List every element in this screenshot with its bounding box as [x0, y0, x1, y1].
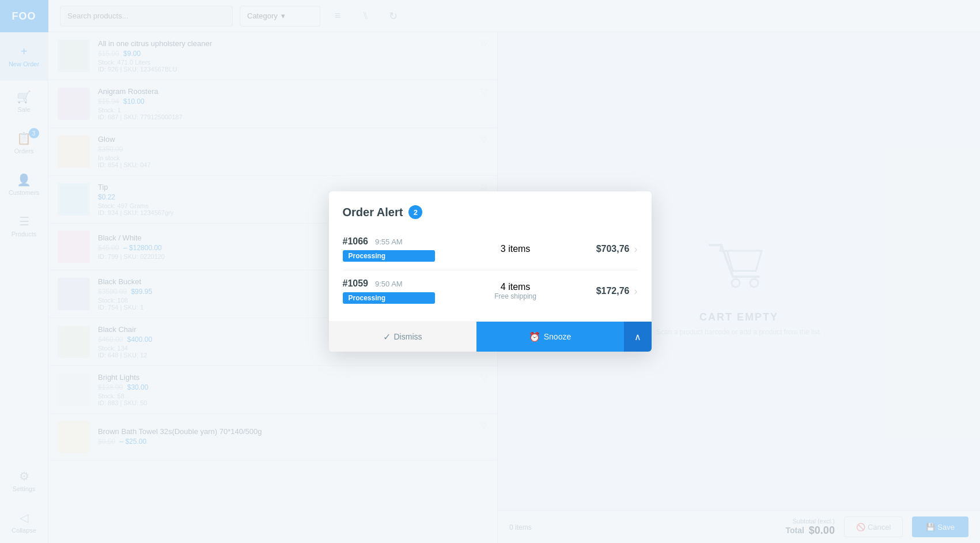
order-items-count: 4 items [501, 282, 531, 292]
dismiss-button[interactable]: ✓ Dismiss [329, 322, 476, 352]
order-items: 3 items [435, 244, 596, 254]
order-detail-arrow[interactable]: › [634, 243, 638, 255]
order-amount: $703,76 [596, 244, 630, 254]
order-number: #1066 [343, 236, 369, 247]
order-row: #1066 9:55 AM Processing 3 items $703,76… [343, 228, 638, 270]
order-number: #1059 [343, 278, 369, 289]
order-meta-left: #1059 9:50 AM Processing [343, 278, 435, 304]
modal-badge: 2 [408, 205, 422, 219]
order-detail-arrow[interactable]: › [634, 285, 638, 297]
overlay: Order Alert 2 #1066 9:55 AM Processing 3… [0, 0, 980, 543]
modal-body: #1066 9:55 AM Processing 3 items $703,76… [329, 219, 652, 321]
snooze-expand-button[interactable]: ∧ [624, 322, 652, 352]
dismiss-label: Dismiss [394, 332, 422, 341]
snooze-icon: ⏰ [529, 331, 540, 342]
order-alert-modal: Order Alert 2 #1066 9:55 AM Processing 3… [329, 191, 652, 352]
snooze-label: Snooze [544, 332, 571, 341]
order-shipping: Free shipping [435, 292, 596, 300]
modal-header: Order Alert 2 [329, 191, 652, 219]
order-meta-left: #1066 9:55 AM Processing [343, 236, 435, 262]
order-status-badge: Processing [343, 292, 435, 304]
order-status-badge: Processing [343, 250, 435, 262]
order-time: 9:55 AM [375, 237, 403, 246]
order-time: 9:50 AM [375, 280, 403, 288]
order-row-meta: #1059 9:50 AM Processing 4 items Free sh… [343, 278, 638, 304]
order-amount: $172,76 [596, 286, 630, 296]
expand-icon: ∧ [634, 331, 641, 342]
dismiss-check-icon: ✓ [383, 331, 391, 342]
modal-title: Order Alert [343, 206, 403, 219]
order-meta-right: $172,76 › [596, 285, 638, 297]
order-items: 4 items Free shipping [435, 282, 596, 300]
order-meta-right: $703,76 › [596, 243, 638, 255]
order-row-meta: #1066 9:55 AM Processing 3 items $703,76… [343, 236, 638, 262]
modal-footer: ✓ Dismiss ⏰ Snooze ∧ [329, 321, 652, 352]
order-items-count: 3 items [501, 244, 531, 254]
order-row: #1059 9:50 AM Processing 4 items Free sh… [343, 270, 638, 312]
snooze-button[interactable]: ⏰ Snooze [476, 322, 624, 352]
